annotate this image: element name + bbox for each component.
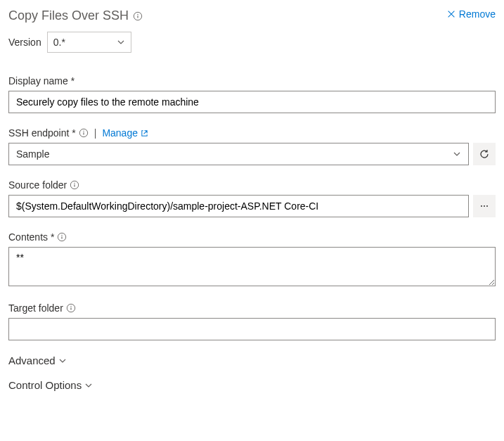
version-value: 0.* <box>53 37 65 48</box>
svg-point-10 <box>484 205 485 207</box>
manage-label: Manage <box>102 127 138 139</box>
svg-rect-8 <box>75 184 75 187</box>
control-options-label: Control Options <box>8 379 82 391</box>
control-options-section-toggle[interactable]: Control Options <box>8 379 496 391</box>
ssh-endpoint-select[interactable]: Sample <box>8 143 469 165</box>
chevron-down-icon <box>117 38 125 46</box>
chevron-down-icon <box>84 381 93 390</box>
manage-link[interactable]: Manage <box>102 127 148 139</box>
refresh-button[interactable] <box>473 143 496 165</box>
version-select[interactable]: 0.* <box>47 32 131 53</box>
info-icon[interactable] <box>79 128 89 138</box>
display-name-input[interactable] <box>8 91 496 113</box>
contents-label: Contents * <box>8 231 54 243</box>
svg-point-1 <box>137 13 138 14</box>
svg-point-11 <box>486 205 488 207</box>
info-icon[interactable] <box>66 303 76 313</box>
svg-point-9 <box>481 205 482 207</box>
remove-button[interactable]: Remove <box>446 8 496 20</box>
ellipsis-icon <box>479 200 490 212</box>
chevron-down-icon <box>453 150 461 158</box>
svg-point-16 <box>70 306 71 307</box>
task-title: Copy Files Over SSH <box>8 8 143 23</box>
svg-point-4 <box>83 131 84 132</box>
contents-textarea[interactable] <box>8 247 496 286</box>
refresh-icon <box>479 148 490 160</box>
advanced-label: Advanced <box>8 354 56 366</box>
version-label: Version <box>8 37 41 48</box>
display-name-label: Display name * <box>8 75 75 87</box>
task-title-text: Copy Files Over SSH <box>8 8 129 23</box>
separator: | <box>94 127 97 139</box>
source-folder-input[interactable] <box>8 195 469 217</box>
close-icon <box>446 9 456 19</box>
svg-rect-5 <box>83 132 84 135</box>
svg-point-13 <box>62 235 63 236</box>
external-link-icon <box>141 129 148 137</box>
info-icon[interactable] <box>57 232 67 242</box>
svg-point-7 <box>75 183 75 184</box>
source-folder-label: Source folder <box>8 179 67 191</box>
browse-button[interactable] <box>473 195 496 217</box>
advanced-section-toggle[interactable]: Advanced <box>8 354 496 366</box>
remove-label: Remove <box>459 8 496 20</box>
svg-rect-14 <box>62 236 63 239</box>
info-icon[interactable] <box>70 180 79 190</box>
info-icon[interactable] <box>133 11 143 21</box>
target-folder-label: Target folder <box>8 302 63 314</box>
svg-rect-2 <box>138 15 138 18</box>
chevron-down-icon <box>58 357 67 365</box>
ssh-endpoint-label: SSH endpoint * <box>8 127 76 139</box>
ssh-endpoint-value: Sample <box>16 148 49 160</box>
svg-rect-17 <box>70 307 71 310</box>
target-folder-input[interactable] <box>8 318 496 340</box>
